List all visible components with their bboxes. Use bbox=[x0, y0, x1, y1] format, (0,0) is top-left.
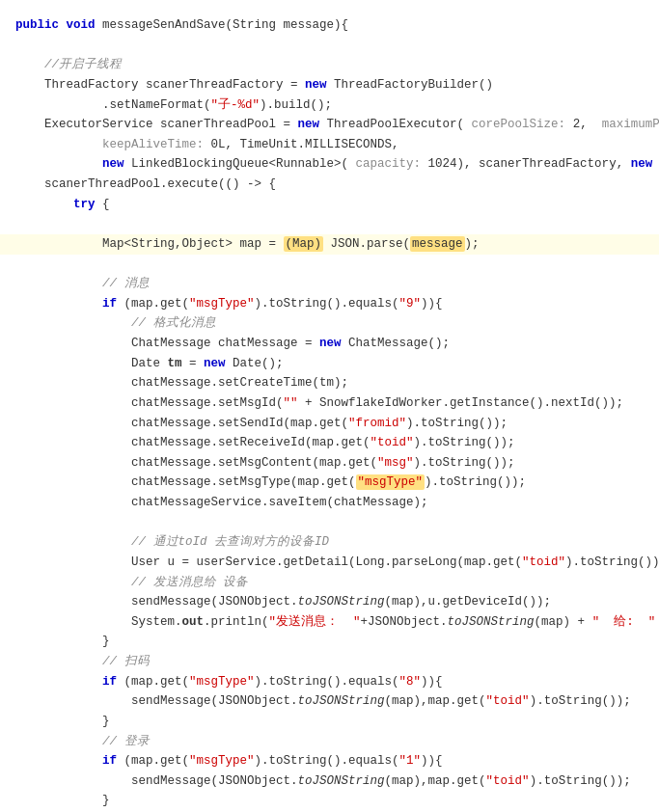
line-comment7: // 登录 bbox=[15, 735, 150, 748]
line-23: } bbox=[15, 635, 110, 648]
line-2: ThreadFactory scanerThreadFactory = new … bbox=[15, 78, 493, 92]
line-20: User u = userService.getDetail(Long.pars… bbox=[15, 555, 659, 569]
line-6: new LinkedBlockingQueue<Runnable>( capac… bbox=[15, 157, 659, 171]
line-27: if (map.get("msgType").toString().equals… bbox=[15, 754, 443, 768]
line-10: if (map.get("msgType").toString().equals… bbox=[15, 297, 443, 311]
line-21: sendMessage(JSONObject.toJSONString(map)… bbox=[15, 595, 551, 609]
line-8: try { bbox=[15, 198, 110, 211]
line-19: chatMessageService.saveItem(chatMessage)… bbox=[15, 496, 428, 509]
line-1: public void messageSenAndSave(String mes… bbox=[15, 18, 348, 32]
line-29: } bbox=[15, 794, 110, 807]
line-16: chatMessage.setReceiveId(map.get("toid")… bbox=[15, 436, 515, 449]
line-comment2: // 消息 bbox=[15, 277, 150, 290]
line-9-highlighted: Map<String,Object> map = (Map) JSON.pars… bbox=[0, 234, 659, 255]
line-comment5: // 发送消息给 设备 bbox=[15, 576, 248, 589]
line-comment3: // 格式化消息 bbox=[15, 316, 216, 330]
line-12: Date tm = new Date(); bbox=[15, 357, 284, 370]
code-block: public void messageSenAndSave(String mes… bbox=[0, 10, 659, 812]
line-14: chatMessage.setMsgId("" + SnowflakeIdWor… bbox=[15, 396, 623, 410]
line-26: } bbox=[15, 715, 110, 728]
line-22: System.out.println("发送消息： "+JSONObject.t… bbox=[15, 615, 659, 629]
line-5: keepAliveTime: 0L, TimeUnit.MILLISECONDS… bbox=[15, 138, 399, 151]
line-25: sendMessage(JSONObject.toJSONString(map)… bbox=[15, 694, 631, 708]
line-3: .setNameFormat("子-%d").build(); bbox=[15, 98, 332, 112]
line-17: chatMessage.setMsgContent(map.get("msg")… bbox=[15, 456, 515, 470]
line-18: chatMessage.setMsgType(map.get("msgType"… bbox=[15, 474, 526, 490]
line-comment1: //开启子线程 bbox=[15, 58, 122, 71]
line-28: sendMessage(JSONObject.toJSONString(map)… bbox=[15, 774, 631, 788]
line-15: chatMessage.setSendId(map.get("fromid").… bbox=[15, 417, 508, 430]
line-11: ChatMessage chatMessage = new ChatMessag… bbox=[15, 337, 450, 350]
code-container: public void messageSenAndSave(String mes… bbox=[0, 0, 659, 812]
line-4: ExecutorService scanerThreadPool = new T… bbox=[15, 118, 659, 131]
line-13: chatMessage.setCreateTime(tm); bbox=[15, 376, 348, 390]
line-comment6: // 扫码 bbox=[15, 655, 150, 668]
line-comment4: // 通过toId 去查询对方的设备ID bbox=[15, 535, 329, 549]
line-7: scanerThreadPool.execute(() -> { bbox=[15, 177, 276, 191]
line-24: if (map.get("msgType").toString().equals… bbox=[15, 675, 443, 689]
